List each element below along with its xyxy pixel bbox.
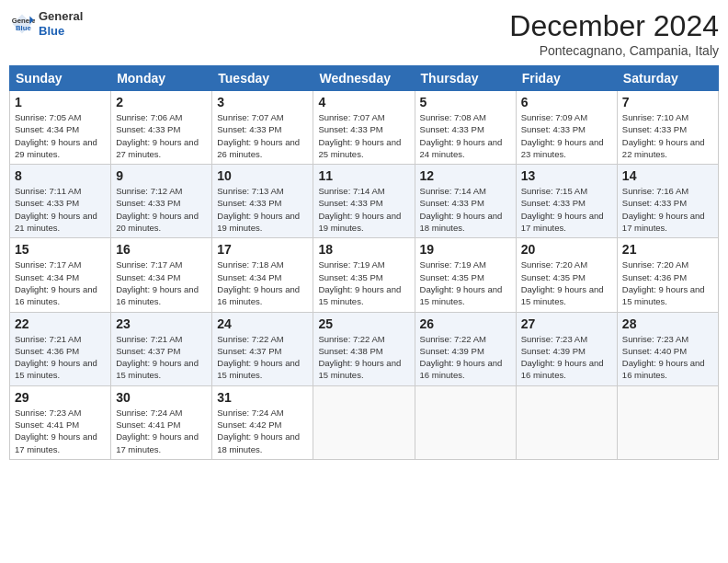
calendar-week-row: 8Sunrise: 7:11 AMSunset: 4:33 PMDaylight… (10, 165, 719, 238)
day-info: Sunrise: 7:14 AMSunset: 4:33 PMDaylight:… (420, 185, 511, 234)
calendar-header-tuesday: Tuesday (212, 66, 313, 91)
calendar-header-friday: Friday (516, 66, 617, 91)
day-info: Sunrise: 7:05 AMSunset: 4:34 PMDaylight:… (15, 111, 106, 160)
day-info: Sunrise: 7:21 AMSunset: 4:36 PMDaylight:… (15, 333, 106, 382)
day-number: 25 (318, 316, 409, 331)
day-info: Sunrise: 7:24 AMSunset: 4:42 PMDaylight:… (217, 407, 308, 455)
logo-text: General Blue (39, 9, 83, 38)
day-info: Sunrise: 7:20 AMSunset: 4:36 PMDaylight:… (622, 259, 713, 307)
calendar-header-thursday: Thursday (415, 66, 516, 91)
calendar-header-wednesday: Wednesday (313, 66, 415, 91)
calendar-cell: 23Sunrise: 7:21 AMSunset: 4:37 PMDayligh… (111, 312, 212, 385)
logo-general-text: General (39, 9, 83, 24)
title-area: December 2024 Pontecagnano, Campania, It… (509, 9, 719, 58)
day-number: 2 (116, 95, 207, 109)
day-info: Sunrise: 7:19 AMSunset: 4:35 PMDaylight:… (318, 259, 409, 307)
day-info: Sunrise: 7:21 AMSunset: 4:37 PMDaylight:… (116, 333, 207, 382)
calendar-cell: 12Sunrise: 7:14 AMSunset: 4:33 PMDayligh… (415, 165, 516, 238)
calendar-cell (415, 385, 516, 459)
day-number: 15 (15, 242, 106, 257)
day-info: Sunrise: 7:20 AMSunset: 4:35 PMDaylight:… (521, 259, 612, 307)
day-number: 5 (420, 95, 511, 109)
day-number: 19 (420, 242, 511, 257)
calendar-header-row: SundayMondayTuesdayWednesdayThursdayFrid… (10, 66, 719, 91)
calendar-cell: 2Sunrise: 7:06 AMSunset: 4:33 PMDaylight… (111, 91, 212, 165)
day-info: Sunrise: 7:19 AMSunset: 4:35 PMDaylight:… (420, 259, 511, 307)
day-info: Sunrise: 7:23 AMSunset: 4:41 PMDaylight:… (15, 407, 106, 455)
calendar-cell: 20Sunrise: 7:20 AMSunset: 4:35 PMDayligh… (516, 238, 617, 312)
logo-icon: General Blue (9, 11, 35, 37)
day-info: Sunrise: 7:22 AMSunset: 4:38 PMDaylight:… (318, 333, 409, 382)
day-info: Sunrise: 7:17 AMSunset: 4:34 PMDaylight:… (15, 259, 106, 307)
calendar-cell: 29Sunrise: 7:23 AMSunset: 4:41 PMDayligh… (10, 385, 111, 459)
calendar-week-row: 1Sunrise: 7:05 AMSunset: 4:34 PMDaylight… (10, 91, 719, 165)
calendar-cell: 6Sunrise: 7:09 AMSunset: 4:33 PMDaylight… (516, 91, 617, 165)
calendar-cell: 7Sunrise: 7:10 AMSunset: 4:33 PMDaylight… (617, 91, 718, 165)
day-number: 18 (318, 242, 409, 257)
calendar-cell: 1Sunrise: 7:05 AMSunset: 4:34 PMDaylight… (10, 91, 111, 165)
day-number: 20 (521, 242, 612, 257)
day-number: 6 (521, 95, 612, 109)
day-number: 28 (622, 316, 713, 331)
day-info: Sunrise: 7:16 AMSunset: 4:33 PMDaylight:… (622, 185, 713, 234)
day-number: 24 (217, 316, 308, 331)
day-number: 11 (318, 168, 409, 183)
day-info: Sunrise: 7:10 AMSunset: 4:33 PMDaylight:… (622, 111, 713, 160)
day-info: Sunrise: 7:22 AMSunset: 4:39 PMDaylight:… (420, 333, 511, 382)
calendar-cell: 19Sunrise: 7:19 AMSunset: 4:35 PMDayligh… (415, 238, 516, 312)
calendar-cell: 26Sunrise: 7:22 AMSunset: 4:39 PMDayligh… (415, 312, 516, 385)
day-info: Sunrise: 7:12 AMSunset: 4:33 PMDaylight:… (116, 185, 207, 234)
day-number: 13 (521, 168, 612, 183)
day-number: 4 (318, 95, 409, 109)
day-number: 29 (15, 390, 106, 405)
calendar-cell: 22Sunrise: 7:21 AMSunset: 4:36 PMDayligh… (10, 312, 111, 385)
day-number: 31 (217, 390, 308, 405)
day-number: 8 (15, 168, 106, 183)
day-number: 30 (116, 390, 207, 405)
logo: General Blue General Blue (9, 9, 83, 38)
day-number: 21 (622, 242, 713, 257)
day-number: 17 (217, 242, 308, 257)
day-number: 23 (116, 316, 207, 331)
svg-text:Blue: Blue (16, 24, 31, 32)
calendar-cell (313, 385, 415, 459)
calendar-cell: 4Sunrise: 7:07 AMSunset: 4:33 PMDaylight… (313, 91, 415, 165)
day-number: 10 (217, 168, 308, 183)
calendar-cell: 8Sunrise: 7:11 AMSunset: 4:33 PMDaylight… (10, 165, 111, 238)
calendar-cell: 3Sunrise: 7:07 AMSunset: 4:33 PMDaylight… (212, 91, 313, 165)
day-info: Sunrise: 7:15 AMSunset: 4:33 PMDaylight:… (521, 185, 612, 234)
calendar-header-sunday: Sunday (10, 66, 111, 91)
day-number: 14 (622, 168, 713, 183)
calendar-table: SundayMondayTuesdayWednesdayThursdayFrid… (9, 65, 719, 460)
day-info: Sunrise: 7:09 AMSunset: 4:33 PMDaylight:… (521, 111, 612, 160)
day-info: Sunrise: 7:23 AMSunset: 4:39 PMDaylight:… (521, 333, 612, 382)
calendar-cell: 28Sunrise: 7:23 AMSunset: 4:40 PMDayligh… (617, 312, 718, 385)
day-info: Sunrise: 7:24 AMSunset: 4:41 PMDaylight:… (116, 407, 207, 455)
day-info: Sunrise: 7:23 AMSunset: 4:40 PMDaylight:… (622, 333, 713, 382)
calendar-cell: 16Sunrise: 7:17 AMSunset: 4:34 PMDayligh… (111, 238, 212, 312)
calendar-cell: 17Sunrise: 7:18 AMSunset: 4:34 PMDayligh… (212, 238, 313, 312)
calendar-cell: 9Sunrise: 7:12 AMSunset: 4:33 PMDaylight… (111, 165, 212, 238)
day-number: 16 (116, 242, 207, 257)
location-subtitle: Pontecagnano, Campania, Italy (509, 43, 719, 58)
month-title: December 2024 (509, 9, 719, 43)
day-info: Sunrise: 7:22 AMSunset: 4:37 PMDaylight:… (217, 333, 308, 382)
day-number: 3 (217, 95, 308, 109)
day-info: Sunrise: 7:08 AMSunset: 4:33 PMDaylight:… (420, 111, 511, 160)
day-number: 12 (420, 168, 511, 183)
day-number: 22 (15, 316, 106, 331)
calendar-week-row: 29Sunrise: 7:23 AMSunset: 4:41 PMDayligh… (10, 385, 719, 459)
day-number: 7 (622, 95, 713, 109)
calendar-cell (516, 385, 617, 459)
calendar-cell (617, 385, 718, 459)
calendar-week-row: 15Sunrise: 7:17 AMSunset: 4:34 PMDayligh… (10, 238, 719, 312)
day-info: Sunrise: 7:13 AMSunset: 4:33 PMDaylight:… (217, 185, 308, 234)
calendar-cell: 5Sunrise: 7:08 AMSunset: 4:33 PMDaylight… (415, 91, 516, 165)
calendar-cell: 14Sunrise: 7:16 AMSunset: 4:33 PMDayligh… (617, 165, 718, 238)
day-info: Sunrise: 7:14 AMSunset: 4:33 PMDaylight:… (318, 185, 409, 234)
calendar-cell: 24Sunrise: 7:22 AMSunset: 4:37 PMDayligh… (212, 312, 313, 385)
day-info: Sunrise: 7:11 AMSunset: 4:33 PMDaylight:… (15, 185, 106, 234)
calendar-header-saturday: Saturday (617, 66, 718, 91)
day-info: Sunrise: 7:17 AMSunset: 4:34 PMDaylight:… (116, 259, 207, 307)
day-number: 9 (116, 168, 207, 183)
